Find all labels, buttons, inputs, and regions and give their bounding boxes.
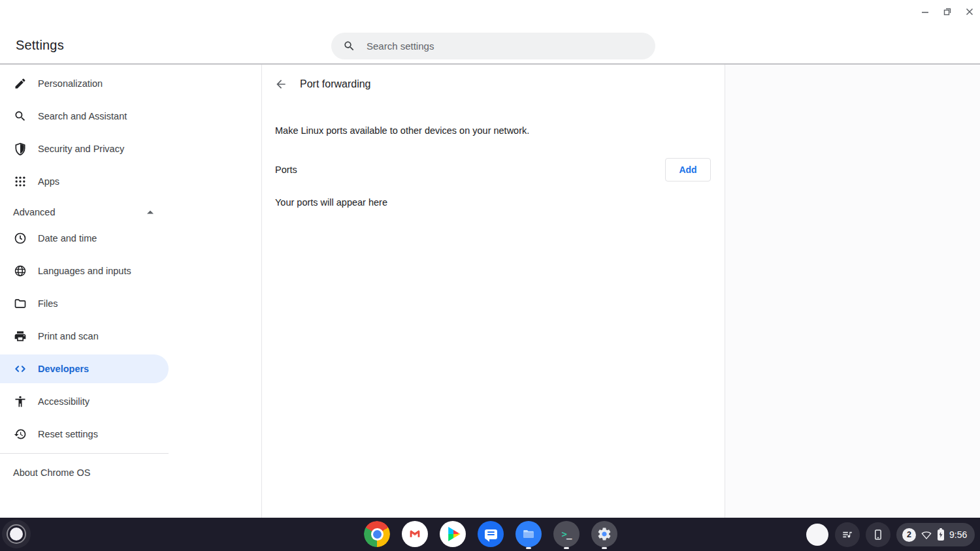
running-indicator-files <box>526 547 531 549</box>
back-arrow-icon[interactable] <box>274 77 288 91</box>
ports-empty-state: Your ports will appear here <box>275 197 387 208</box>
sidebar-item-label: Accessibility <box>38 396 90 407</box>
clock-icon <box>13 231 27 245</box>
sidebar-item-label: Apps <box>38 176 59 187</box>
ports-label: Ports <box>275 165 297 175</box>
settings-gear-icon <box>596 526 612 542</box>
sidebar-item-print-scan[interactable]: Print and scan <box>0 322 169 351</box>
sidebar-item-about-chrome-os[interactable]: About Chrome OS <box>0 458 169 487</box>
launcher-icon <box>10 527 23 541</box>
shelf: >_ 2 9:56 <box>0 518 980 551</box>
minimize-button[interactable] <box>919 5 932 18</box>
code-icon <box>13 362 27 376</box>
sidebar-item-date-time[interactable]: Date and time <box>0 224 169 253</box>
folder-icon <box>13 296 27 311</box>
advanced-label: Advanced <box>13 207 56 217</box>
sidebar-item-label: Date and time <box>38 233 97 244</box>
search-placeholder: Search settings <box>367 40 434 52</box>
running-indicator-settings <box>602 547 607 549</box>
shelf-app-chrome[interactable] <box>364 521 390 547</box>
launcher-button[interactable] <box>2 520 31 548</box>
globe-icon <box>13 264 27 278</box>
gmail-icon <box>408 527 422 541</box>
wifi-icon <box>921 530 932 540</box>
right-background-panel <box>725 65 980 518</box>
sidebar-item-label: Files <box>38 298 58 309</box>
sidebar-content-divider <box>261 65 262 518</box>
phone-hub-button[interactable] <box>866 522 890 547</box>
shelf-app-settings[interactable] <box>591 521 617 547</box>
app-title: Settings <box>16 38 64 53</box>
search-icon <box>13 109 27 123</box>
files-icon <box>521 527 536 541</box>
phone-icon <box>872 528 885 541</box>
running-indicator-terminal <box>564 547 569 549</box>
search-input[interactable]: Search settings <box>331 33 655 59</box>
page-description: Make Linux ports available to other devi… <box>275 125 529 136</box>
media-queue-icon <box>841 528 854 541</box>
reset-icon <box>13 427 27 441</box>
sidebar-item-security-privacy[interactable]: Security and Privacy <box>0 134 169 163</box>
shield-icon <box>13 142 27 156</box>
chrome-icon <box>364 521 390 547</box>
sidebar-item-apps[interactable]: Apps <box>0 167 169 196</box>
sidebar-item-label: Reset settings <box>38 429 98 439</box>
accessibility-icon <box>13 394 27 409</box>
close-button[interactable] <box>963 5 976 18</box>
sidebar-item-search-assistant[interactable]: Search and Assistant <box>0 102 169 131</box>
clock: 9:56 <box>949 529 967 540</box>
sidebar-advanced-toggle[interactable]: Advanced <box>0 198 165 227</box>
media-controls-button[interactable] <box>835 522 860 547</box>
sidebar-item-label: Personalization <box>38 78 103 89</box>
messages-icon <box>485 529 497 539</box>
sidebar-item-files[interactable]: Files <box>0 289 169 318</box>
search-icon <box>343 40 355 52</box>
notification-badge: 2 <box>902 528 916 542</box>
shelf-app-gmail[interactable] <box>402 521 428 547</box>
sidebar-item-label: Developers <box>38 364 89 374</box>
sidebar-item-label: Security and Privacy <box>38 144 124 154</box>
status-tray[interactable]: 2 9:56 <box>896 523 975 546</box>
chevron-up-icon <box>146 210 154 215</box>
sidebar-item-label: Languages and inputs <box>38 266 131 276</box>
shelf-app-play-store[interactable] <box>440 521 466 547</box>
sidebar-divider <box>0 453 169 454</box>
window-controls <box>919 5 976 18</box>
terminal-icon: >_ <box>562 529 572 539</box>
sidebar-item-languages-inputs[interactable]: Languages and inputs <box>0 257 169 285</box>
battery-charging-icon <box>938 529 944 541</box>
add-button[interactable]: Add <box>665 158 711 181</box>
printer-icon <box>13 329 27 343</box>
sidebar-item-personalization[interactable]: Personalization <box>0 69 169 98</box>
restore-button[interactable] <box>941 5 954 18</box>
shelf-app-files[interactable] <box>515 521 542 547</box>
avatar[interactable] <box>806 524 828 546</box>
sidebar-item-label: Search and Assistant <box>38 111 127 121</box>
sidebar-item-label: About Chrome OS <box>13 467 90 478</box>
sidebar-item-reset-settings[interactable]: Reset settings <box>0 420 169 449</box>
sidebar-item-developers[interactable]: Developers <box>0 354 169 383</box>
shelf-app-terminal[interactable]: >_ <box>553 521 580 547</box>
sidebar-item-accessibility[interactable]: Accessibility <box>0 387 169 416</box>
page-title: Port forwarding <box>300 78 371 90</box>
shelf-app-messages[interactable] <box>478 521 504 547</box>
sidebar-item-label: Print and scan <box>38 331 99 341</box>
apps-grid-icon <box>13 174 27 189</box>
play-store-icon <box>448 527 461 542</box>
brush-icon <box>13 76 27 91</box>
